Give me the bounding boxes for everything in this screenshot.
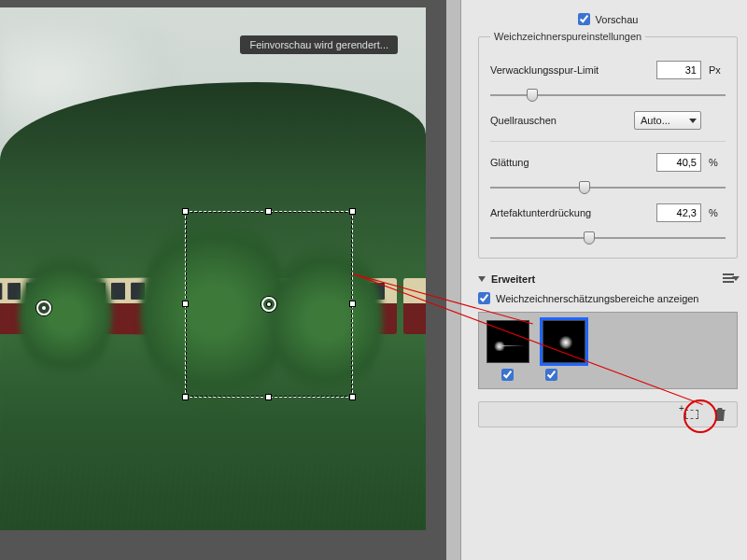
thumb-2-checkbox[interactable] bbox=[545, 369, 557, 381]
resize-handle-s[interactable] bbox=[265, 394, 272, 400]
resize-handle-ne[interactable] bbox=[349, 208, 356, 215]
resize-handle-se[interactable] bbox=[349, 394, 356, 400]
blur-limit-label: Verwacklungsspur-Limit bbox=[490, 64, 649, 76]
settings-panel: Vorschau Weichzeichnerspureinstellungen … bbox=[460, 0, 747, 560]
advanced-toolbar bbox=[478, 401, 738, 427]
resize-handle-e[interactable] bbox=[349, 301, 356, 307]
blur-limit-slider[interactable] bbox=[490, 89, 726, 102]
advanced-section-header[interactable]: Erweitert bbox=[478, 273, 738, 285]
show-regions-label: Weichzeichnerschätzungsbereiche anzeigen bbox=[496, 293, 699, 304]
smoothing-label: Glättung bbox=[490, 157, 649, 168]
estimation-thumbnails-area bbox=[478, 312, 738, 389]
source-noise-label: Quellrauschen bbox=[490, 115, 627, 126]
blur-trace-group: Weichzeichnerspureinstellungen Verwacklu… bbox=[478, 31, 738, 259]
preview-image[interactable]: Feinvorschau wird gerendert... bbox=[0, 7, 426, 530]
add-selection-icon bbox=[685, 410, 698, 419]
source-noise-value: Auto... bbox=[641, 115, 670, 126]
artifact-unit: % bbox=[709, 207, 726, 218]
region-center-pin[interactable] bbox=[261, 297, 276, 312]
delete-region-button[interactable] bbox=[711, 405, 729, 424]
source-noise-select[interactable]: Auto... bbox=[634, 111, 701, 130]
show-regions-checkbox[interactable] bbox=[478, 292, 490, 304]
resize-handle-sw[interactable] bbox=[182, 394, 189, 400]
blur-trace-legend: Weichzeichnerspureinstellungen bbox=[490, 31, 645, 42]
render-status-badge: Feinvorschau wird gerendert... bbox=[240, 35, 398, 54]
resize-handle-n[interactable] bbox=[265, 208, 272, 215]
artifact-input[interactable] bbox=[656, 203, 701, 222]
panel-gutter bbox=[446, 0, 460, 560]
blur-limit-unit: Px bbox=[709, 64, 726, 76]
artifact-slider[interactable] bbox=[490, 231, 726, 245]
resize-handle-nw[interactable] bbox=[182, 208, 189, 215]
trash-icon bbox=[713, 407, 726, 422]
panel-menu-icon[interactable] bbox=[723, 273, 738, 285]
smoothing-unit: % bbox=[709, 157, 726, 168]
estimation-thumb-2[interactable] bbox=[543, 320, 585, 363]
preview-label: Vorschau bbox=[596, 14, 639, 25]
smoothing-input[interactable] bbox=[656, 153, 701, 172]
artifact-label: Artefaktunterdrückung bbox=[490, 207, 649, 218]
canvas-area: Feinvorschau wird gerendert... bbox=[0, 0, 446, 560]
blur-limit-input[interactable] bbox=[656, 61, 701, 79]
thumb-1-checkbox[interactable] bbox=[501, 369, 514, 381]
chevron-down-icon bbox=[689, 119, 697, 123]
region-pin-secondary[interactable] bbox=[36, 301, 51, 315]
add-region-button[interactable] bbox=[683, 405, 701, 424]
disclosure-triangle-icon bbox=[478, 276, 486, 282]
blur-estimation-region[interactable] bbox=[185, 211, 353, 398]
resize-handle-w[interactable] bbox=[182, 301, 189, 307]
estimation-thumb-1[interactable] bbox=[486, 320, 529, 363]
smoothing-slider[interactable] bbox=[490, 181, 726, 194]
preview-checkbox[interactable] bbox=[578, 13, 590, 25]
advanced-title: Erweitert bbox=[491, 273, 535, 285]
